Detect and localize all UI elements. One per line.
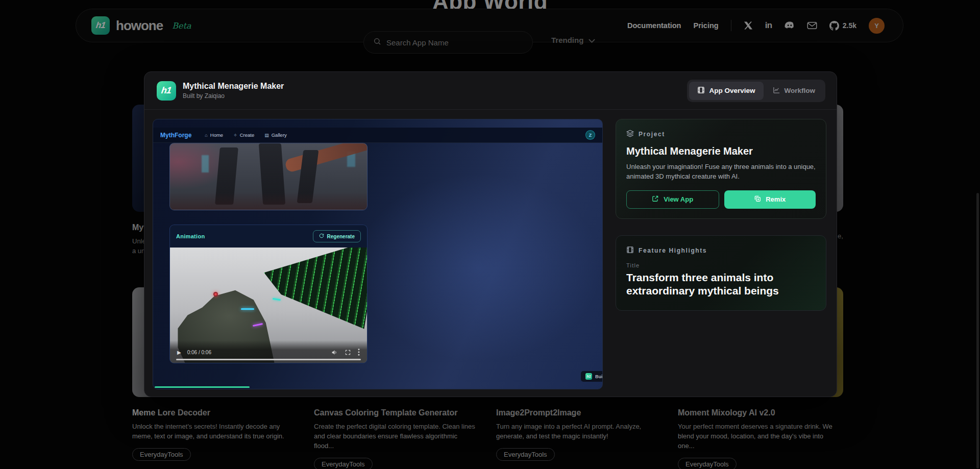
video-progress-bar[interactable]	[176, 359, 361, 360]
sparkles-icon: ✧	[233, 133, 237, 138]
feature-title: Transform three animals into extraordina…	[626, 271, 795, 298]
animation-header: Animation Regenerate	[170, 225, 367, 248]
video-time: 0:06 / 0:06	[187, 350, 211, 355]
external-link-icon	[652, 195, 659, 204]
built-with-logo-icon: h1	[585, 373, 592, 380]
feature-highlights-card: Feature Highlights Title Transform three…	[616, 235, 826, 311]
built-with-badge[interactable]: h1 Built with	[581, 371, 603, 382]
preview-scroll-indicator[interactable]	[155, 386, 250, 388]
project-section-label: Project	[626, 130, 816, 139]
project-title: Mythical Menagerie Maker	[626, 145, 816, 157]
modal-header: h1 Mythical Menagerie Maker Built by Zai…	[144, 72, 837, 110]
preview-navbar: MythForge ⌂ Home ✧ Create ▤ Gallery	[153, 128, 602, 143]
regenerate-button[interactable]: Regenerate	[313, 230, 361, 242]
workflow-chart-icon	[773, 86, 780, 95]
preview-avatar[interactable]: Z	[585, 130, 595, 140]
preview-nav-create[interactable]: ✧ Create	[233, 132, 254, 138]
preview-brand: MythForge	[160, 132, 191, 139]
animation-section: Animation Regenerate	[169, 225, 368, 363]
preview-image-card	[169, 143, 368, 210]
layers-icon	[626, 130, 634, 139]
play-icon[interactable]: ▶	[177, 350, 181, 355]
dragon-wing-art	[257, 248, 367, 329]
tab-workflow[interactable]: Workflow	[765, 82, 824, 100]
preview-glow	[355, 174, 602, 362]
app-world-page: App World h1 howone Beta Documentation P…	[0, 0, 980, 469]
project-actions: View App Remix	[626, 190, 816, 209]
app-detail-modal: h1 Mythical Menagerie Maker Built by Zai…	[144, 71, 837, 397]
app-preview-pane: MythForge ⌂ Home ✧ Create ▤ Gallery	[153, 119, 603, 389]
animation-label: Animation	[176, 233, 205, 239]
volume-icon[interactable]	[331, 350, 338, 355]
preview-nav-home[interactable]: ⌂ Home	[205, 132, 223, 138]
project-card: Project Mythical Menagerie Maker Unleash…	[616, 119, 826, 219]
tab-app-overview[interactable]: App Overview	[689, 82, 763, 100]
fullscreen-icon[interactable]	[345, 350, 351, 355]
modal-byline: Built by Zaiqiao	[183, 92, 284, 100]
film-grid-icon	[626, 246, 634, 255]
modal-tabs: App Overview Workflow	[687, 80, 825, 102]
modal-titles: Mythical Menagerie Maker Built by Zaiqia…	[183, 82, 284, 100]
preview-nav-gallery[interactable]: ▤ Gallery	[264, 132, 287, 138]
film-grid-icon	[697, 86, 705, 95]
kebab-menu-icon[interactable]	[358, 349, 360, 356]
preview-nav-links: ⌂ Home ✧ Create ▤ Gallery	[205, 132, 286, 138]
remix-button[interactable]: Remix	[724, 190, 816, 209]
app-icon: h1	[157, 81, 176, 101]
home-icon: ⌂	[205, 133, 207, 138]
project-description: Unleash your imagination! Fuse any three…	[626, 162, 816, 182]
feature-section-label: Feature Highlights	[626, 246, 816, 255]
animation-video[interactable]: ▶ 0:06 / 0:06	[170, 248, 367, 363]
gallery-icon: ▤	[264, 133, 269, 138]
view-app-button[interactable]: View App	[626, 190, 719, 209]
copy-plus-icon	[754, 195, 761, 204]
feature-field-label: Title	[626, 262, 816, 268]
refresh-icon	[319, 233, 324, 239]
modal-app-title: Mythical Menagerie Maker	[183, 82, 284, 91]
